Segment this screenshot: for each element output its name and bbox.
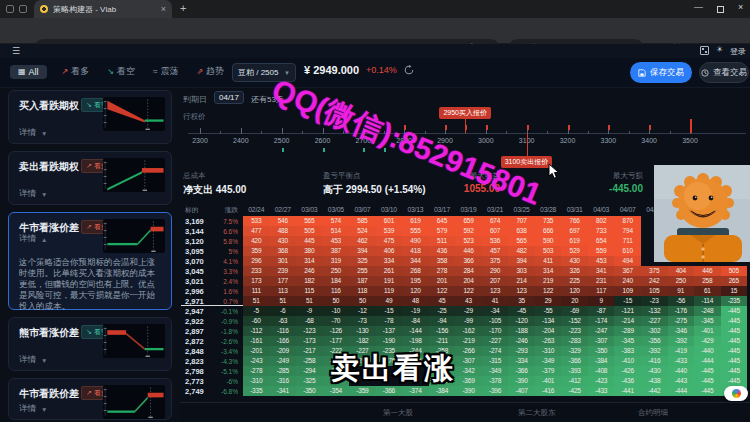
- pnl-cell: 579: [429, 226, 456, 236]
- table-row: 2,823-4.3%-243-249-258-263-268-276-286-3…: [181, 356, 747, 366]
- pnl-cell: 638: [508, 226, 535, 236]
- pnl-cell: -9: [296, 306, 323, 316]
- login-button[interactable]: 登录: [730, 46, 746, 57]
- pnl-cell: 766: [561, 216, 588, 226]
- pnl-cell: 122: [455, 286, 482, 296]
- pnl-cell: -15: [614, 296, 641, 306]
- pnl-cell: 462: [349, 236, 376, 246]
- window-maximize-icon[interactable]: [717, 6, 724, 13]
- details-toggle[interactable]: 详情▼: [19, 403, 47, 415]
- pnl-cell: -350: [588, 346, 615, 356]
- pnl-cell: 284: [455, 266, 482, 276]
- strategy-card-熊市看涨价差[interactable]: 熊市看涨价差↘看空详情▼: [8, 317, 172, 371]
- filter-tab-看多[interactable]: ↗看多: [59, 63, 93, 80]
- trend-line-icon: ⇗: [196, 67, 203, 76]
- footer-label[interactable]: 第二大股东: [518, 408, 556, 418]
- pnl-cell: 394: [508, 256, 535, 266]
- details-toggle[interactable]: 详情▼: [19, 127, 47, 139]
- change-percent: 5%: [215, 248, 243, 255]
- app-bar: [0, 44, 750, 58]
- assistant-widget-button[interactable]: [724, 386, 748, 401]
- footer-label[interactable]: 第一大股: [383, 408, 413, 418]
- col-header-change: 涨跌: [215, 205, 243, 215]
- new-tab-button[interactable]: +: [180, 2, 186, 14]
- refresh-quote-icon[interactable]: [404, 65, 414, 75]
- up-candle-icon: ↗: [86, 162, 92, 170]
- view-trades-button[interactable]: 查看交易: [699, 62, 749, 83]
- details-toggle[interactable]: 详情▼: [19, 188, 47, 200]
- pnl-cell: 225: [561, 276, 588, 286]
- filter-tab-震荡[interactable]: ≈震荡: [150, 63, 181, 80]
- pnl-cell: 204: [455, 276, 482, 286]
- footer-label[interactable]: 合约明细: [638, 408, 668, 418]
- pnl-cell: 488: [270, 226, 297, 236]
- expiry-label: 到期日: [183, 94, 207, 105]
- pnl-cell: 697: [561, 226, 588, 236]
- pnl-cell: -23: [641, 296, 668, 306]
- pnl-cell: 122: [429, 286, 456, 296]
- pnl-cell: 43: [455, 296, 482, 306]
- pnl-cell: 394: [349, 246, 376, 256]
- tab-close-icon[interactable]: ×: [161, 4, 166, 14]
- strategy-title: 熊市看涨价差: [19, 326, 79, 340]
- browser-tab[interactable]: 策略构建器 - Vlab ×: [34, 0, 172, 18]
- col-header-date: 03/28: [535, 205, 562, 215]
- qr-icon[interactable]: [700, 46, 709, 55]
- pnl-cell: -310: [243, 376, 270, 386]
- pnl-cell: -12: [349, 306, 376, 316]
- tab-search-icon[interactable]: [6, 5, 14, 13]
- instrument-value: 豆粕 / 2505: [238, 67, 278, 78]
- pnl-cell: 187: [349, 276, 376, 286]
- pnl-cell: -445: [721, 376, 748, 386]
- up-candle-icon: ↗: [86, 223, 92, 231]
- strike-label: 2500: [269, 137, 295, 144]
- pnl-cell: 711: [614, 236, 641, 246]
- edge-mark-icon: [690, 119, 692, 133]
- col-header-date: 02/27: [270, 205, 297, 215]
- window-minimize-icon[interactable]: —: [694, 2, 703, 12]
- strategy-card-买入看跌期权[interactable]: 买入看跌期权↘看空详情▼: [8, 90, 172, 144]
- pnl-cell: -445: [721, 326, 748, 336]
- underlying-price: 3,144: [181, 227, 215, 236]
- col-header-date: 03/17: [429, 205, 456, 215]
- pnl-cell: 735: [535, 216, 562, 226]
- pnl-cell: 619: [402, 216, 429, 226]
- pnl-cell: 529: [561, 246, 588, 256]
- pnl-cell: 341: [588, 266, 615, 276]
- pnl-cell: -152: [561, 316, 588, 326]
- strategy-card-牛市看跌价差[interactable]: 牛市看跌价差↗看多详情▼: [8, 378, 172, 420]
- pnl-cell: 118: [349, 286, 376, 296]
- change-percent: -1.8%: [215, 328, 243, 335]
- details-toggle[interactable]: 详情▲: [19, 233, 47, 245]
- pnl-cell: 446: [455, 246, 482, 256]
- theme-sun-icon[interactable]: ☀: [716, 45, 723, 54]
- filter-tab-看空[interactable]: ↘看空: [104, 63, 138, 80]
- buy-quote-badge[interactable]: 2950买入报价: [439, 107, 491, 119]
- underlying-price: 2,947: [181, 307, 215, 316]
- pnl-cell: -433: [668, 356, 695, 366]
- pnl-cell: -15: [376, 306, 403, 316]
- details-toggle[interactable]: 详情▼: [19, 354, 47, 366]
- workspace-icon[interactable]: [19, 5, 27, 13]
- pnl-cell: -444: [694, 356, 721, 366]
- expiry-date-select[interactable]: 04/17: [214, 91, 244, 104]
- pnl-cell: 511: [429, 236, 456, 246]
- window-close-icon[interactable]: ×: [738, 2, 743, 12]
- table-row: 2,9710.7%515151505049484543413529209-15-…: [181, 296, 747, 306]
- pnl-cell: -325: [296, 376, 323, 386]
- pnl-cell: -416: [535, 386, 562, 396]
- pnl-cell: -294: [296, 366, 323, 376]
- pnl-cell: -440: [694, 346, 721, 356]
- filter-tab-All[interactable]: ▦All: [10, 65, 47, 79]
- menu-icon[interactable]: ☰: [12, 46, 20, 56]
- save-trade-button[interactable]: 保存交易: [630, 62, 692, 83]
- change-percent: -2.6%: [215, 338, 243, 345]
- strategy-card-牛市看涨价差[interactable]: 牛市看涨价差↗看多详情▲这个策略适合你预期标的会温和上涨时使用。比单纯买入看涨期…: [8, 212, 172, 310]
- change-percent: -6.8%: [215, 388, 243, 395]
- pnl-cell: 565: [508, 236, 535, 246]
- bull-mark-icon: [527, 125, 529, 130]
- pnl-cell: 446: [694, 266, 721, 276]
- filter-tab-趋势[interactable]: ⇗趋势: [193, 63, 227, 80]
- pnl-cell: 119: [376, 286, 403, 296]
- strategy-card-卖出看跌期权[interactable]: 卖出看跌期权↗看多详情▼: [8, 151, 172, 205]
